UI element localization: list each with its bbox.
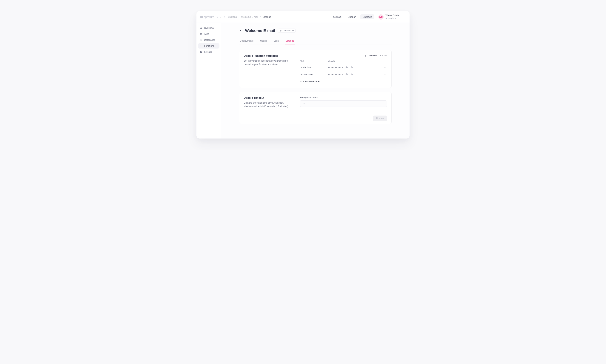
tabs: Deployments Usage Logs Settings: [239, 38, 392, 44]
reveal-value-button[interactable]: [345, 66, 348, 69]
timeout-input[interactable]: [300, 100, 387, 107]
variable-value-masked: ●●●●●●●●●●●: [328, 73, 343, 75]
brand-logo[interactable]: appwrite: [200, 15, 214, 18]
download-env-label: Download .env file: [368, 54, 387, 57]
avatar: WO: [378, 14, 384, 20]
org-name: Acme Corp: [386, 17, 400, 20]
tab-usage[interactable]: Usage: [260, 38, 268, 44]
page-title-row: Welcome E-mail Function ID: [239, 28, 392, 33]
body-layout: Overview Auth Databases Functions Storag…: [196, 23, 410, 139]
more-horizontal-icon: [384, 66, 386, 68]
sidebar-item-label: Overview: [204, 27, 214, 29]
svg-point-6: [385, 67, 385, 67]
svg-rect-3: [280, 30, 281, 31]
svg-point-4: [346, 67, 347, 67]
breadcrumb-sep: /: [224, 16, 225, 18]
breadcrumb-ellipsis[interactable]: …: [220, 16, 222, 18]
sidebar-item-overview[interactable]: Overview: [198, 25, 220, 31]
plus-icon: [300, 81, 302, 83]
upgrade-button[interactable]: Upgrade: [360, 14, 374, 19]
variables-table: KEY VALUE production ●●●●●●●●●●●: [300, 60, 387, 83]
timeout-card: Update Timeout Limit the execution time …: [239, 92, 392, 124]
page-title: Welcome E-mail: [245, 28, 275, 33]
row-menu-button[interactable]: [384, 73, 387, 76]
timeout-field-label: Time (in seconds): [300, 96, 387, 99]
svg-point-11: [385, 74, 385, 75]
row-menu-button[interactable]: [384, 66, 387, 69]
breadcrumb-sep: /: [239, 16, 239, 18]
brand-mark-icon: [200, 16, 203, 18]
eye-icon: [345, 73, 348, 75]
copy-value-button[interactable]: [350, 73, 353, 76]
sidebar-item-functions[interactable]: Functions: [198, 43, 220, 49]
variables-card-title: Update Function Variables: [244, 54, 292, 57]
tab-logs[interactable]: Logs: [273, 38, 279, 44]
breadcrumb-functions[interactable]: Functions: [227, 16, 237, 18]
org-switcher[interactable]: WO Walter O'brien Acme Corp: [377, 13, 406, 20]
create-variable-button[interactable]: Create variable: [300, 78, 320, 83]
sidebar-item-databases[interactable]: Databases: [198, 37, 220, 43]
copy-value-button[interactable]: [350, 66, 353, 69]
more-horizontal-icon: [384, 73, 386, 75]
home-icon: [200, 27, 202, 29]
sidebar: Overview Auth Databases Functions Storag…: [196, 23, 221, 139]
header-actions: Feedback Support Upgrade WO Walter O'bri…: [330, 13, 406, 20]
col-head-key: KEY: [300, 60, 328, 62]
users-icon: [200, 33, 202, 35]
breadcrumb-current: Settings: [263, 16, 271, 18]
svg-point-13: [386, 74, 386, 75]
sidebar-item-label: Databases: [204, 39, 215, 41]
variables-table-head: KEY VALUE: [300, 60, 387, 64]
copy-icon: [350, 73, 353, 75]
chevron-down-icon: [402, 16, 404, 18]
sidebar-item-label: Functions: [204, 45, 214, 47]
back-button[interactable]: [239, 29, 242, 32]
chevron-left-icon: [239, 29, 242, 32]
download-env-button[interactable]: Download .env file: [300, 54, 387, 57]
svg-point-2: [200, 39, 202, 40]
sidebar-item-storage[interactable]: Storage: [198, 49, 220, 54]
variable-row: production ●●●●●●●●●●●: [300, 64, 387, 71]
support-button[interactable]: Support: [346, 14, 358, 19]
svg-point-1: [201, 33, 202, 34]
variable-key: development: [300, 73, 328, 76]
download-icon: [364, 54, 367, 57]
feedback-button[interactable]: Feedback: [330, 14, 344, 19]
breadcrumb-welcome-email[interactable]: Welcome E-mail: [241, 16, 258, 18]
variables-card-desc: Set the variables (or secret keys) that …: [244, 59, 292, 66]
timeout-card-desc: Limit the execution time of your functio…: [244, 101, 292, 108]
variable-value-masked: ●●●●●●●●●●●: [328, 66, 343, 68]
folder-icon: [200, 51, 202, 53]
bolt-icon: [200, 45, 202, 47]
svg-point-12: [385, 74, 386, 75]
tab-deployments[interactable]: Deployments: [239, 38, 254, 44]
svg-rect-5: [351, 67, 353, 68]
timeout-card-footer: Update: [239, 113, 391, 124]
svg-point-8: [386, 67, 386, 67]
col-head-value: VALUE: [328, 60, 383, 62]
user-name: Walter O'brien: [386, 14, 400, 17]
org-meta: Walter O'brien Acme Corp: [386, 14, 400, 20]
svg-point-7: [385, 67, 386, 67]
update-button[interactable]: Update: [373, 116, 387, 121]
copy-icon: [280, 30, 282, 32]
svg-point-9: [346, 74, 347, 75]
sidebar-item-label: Auth: [204, 33, 209, 35]
variable-row: development ●●●●●●●●●●●: [300, 71, 387, 78]
top-header: appwrite / … / Functions / Welcome E-mai…: [196, 11, 410, 23]
database-icon: [200, 39, 202, 41]
breadcrumb-sep: /: [217, 16, 218, 18]
svg-point-0: [200, 33, 201, 34]
breadcrumb-sep: /: [260, 16, 261, 18]
sidebar-item-auth[interactable]: Auth: [198, 31, 220, 37]
main-content: Welcome E-mail Function ID Deployments U…: [221, 23, 410, 139]
app-shell: appwrite / … / Functions / Welcome E-mai…: [196, 11, 410, 139]
reveal-value-button[interactable]: [345, 73, 348, 76]
tab-settings[interactable]: Settings: [285, 38, 295, 44]
function-id-chip[interactable]: Function ID: [278, 28, 296, 33]
function-id-label: Function ID: [283, 29, 294, 32]
breadcrumb: / … / Functions / Welcome E-mail / Setti…: [217, 16, 271, 18]
variables-card: Update Function Variables Set the variab…: [239, 50, 392, 88]
sidebar-item-label: Storage: [204, 51, 212, 53]
create-variable-label: Create variable: [303, 80, 320, 83]
